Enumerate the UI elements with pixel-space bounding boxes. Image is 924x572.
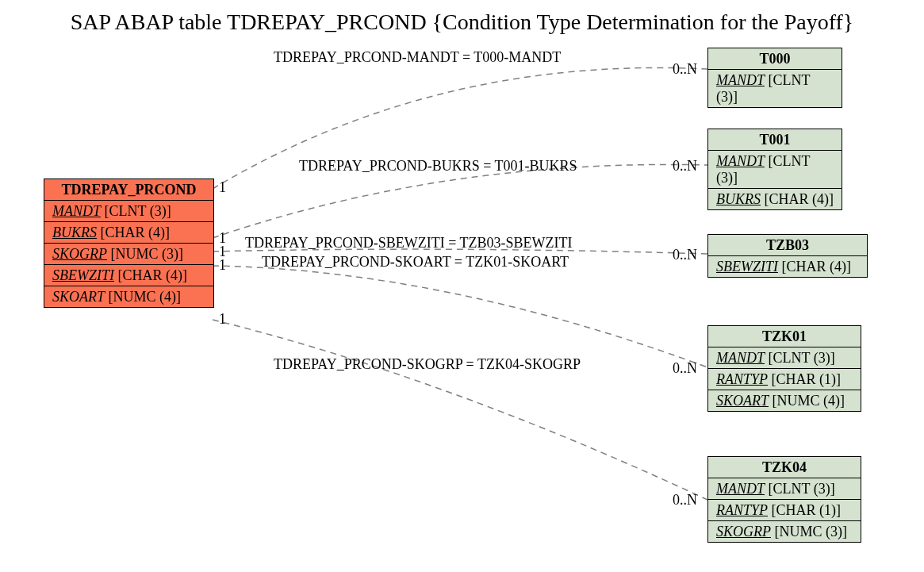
- cardinality-left: 1: [219, 257, 226, 274]
- table-row: MANDT [CLNT (3)]: [708, 347, 861, 369]
- relation-label: TDREPAY_PRCOND-BUKRS = T001-BUKRS: [299, 158, 577, 175]
- relation-label: TDREPAY_PRCOND-SBEWZITI = TZB03-SBEWZITI: [245, 235, 573, 251]
- table-row: RANTYP [CHAR (1)]: [708, 500, 861, 521]
- cardinality-right: 0..N: [673, 158, 697, 175]
- table-row: MANDT [CLNT (3)]: [708, 151, 842, 189]
- main-table-name: TDREPAY_PRCOND: [44, 179, 213, 201]
- table-row: SKOGRP [NUMC (3)]: [708, 521, 861, 542]
- table-row: RANTYP [CHAR (1)]: [708, 369, 861, 390]
- cardinality-left: 1: [219, 311, 226, 328]
- cardinality-right: 0..N: [673, 492, 697, 509]
- cardinality-right: 0..N: [673, 247, 697, 263]
- table-row: BUKRS [CHAR (4)]: [44, 222, 213, 244]
- table-row: MANDT [CLNT (3)]: [44, 201, 213, 222]
- table-row: SKOGRP [NUMC (3)]: [44, 244, 213, 265]
- related-table-name: T000: [708, 48, 842, 70]
- related-table-name: T001: [708, 129, 842, 151]
- table-row: SBEWZITI [CHAR (4)]: [44, 265, 213, 286]
- table-row: MANDT [CLNT (3)]: [708, 70, 842, 107]
- table-row: MANDT [CLNT (3)]: [708, 478, 861, 500]
- related-table-tzb03: TZB03 SBEWZITI [CHAR (4)]: [707, 234, 868, 278]
- related-table-name: TZB03: [708, 235, 867, 256]
- cardinality-right: 0..N: [673, 360, 697, 377]
- related-table-tzk04: TZK04 MANDT [CLNT (3)] RANTYP [CHAR (1)]…: [707, 456, 861, 543]
- table-row: SKOART [NUMC (4)]: [708, 390, 861, 411]
- relation-label: TDREPAY_PRCOND-SKOGRP = TZK04-SKOGRP: [274, 356, 581, 373]
- table-row: SBEWZITI [CHAR (4)]: [708, 256, 867, 277]
- relation-label: TDREPAY_PRCOND-MANDT = T000-MANDT: [274, 49, 561, 66]
- related-table-name: TZK01: [708, 326, 861, 347]
- cardinality-left: 1: [219, 179, 226, 196]
- related-table-tzk01: TZK01 MANDT [CLNT (3)] RANTYP [CHAR (1)]…: [707, 325, 861, 412]
- table-row: SKOART [NUMC (4)]: [44, 286, 213, 307]
- related-table-t000: T000 MANDT [CLNT (3)]: [707, 48, 842, 108]
- related-table-t001: T001 MANDT [CLNT (3)] BUKRS [CHAR (4)]: [707, 129, 842, 210]
- diagram-title: SAP ABAP table TDREPAY_PRCOND {Condition…: [0, 10, 924, 35]
- cardinality-right: 0..N: [673, 61, 697, 78]
- related-table-name: TZK04: [708, 457, 861, 478]
- main-table: TDREPAY_PRCOND MANDT [CLNT (3)] BUKRS [C…: [44, 179, 214, 308]
- table-row: BUKRS [CHAR (4)]: [708, 189, 842, 209]
- relation-label: TDREPAY_PRCOND-SKOART = TZK01-SKOART: [262, 254, 569, 271]
